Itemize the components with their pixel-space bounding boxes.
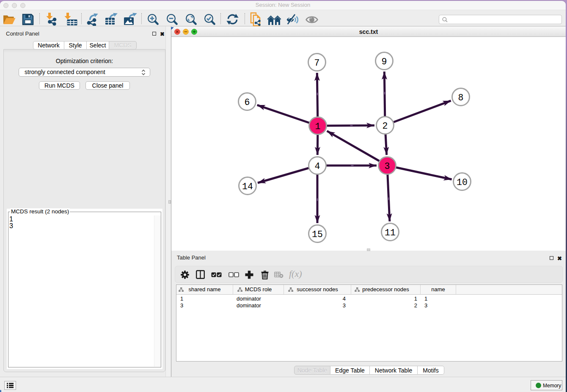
svg-text:14: 14 xyxy=(242,182,253,192)
svg-text:15: 15 xyxy=(312,229,323,240)
svg-text:2: 2 xyxy=(383,121,388,131)
svg-text:3: 3 xyxy=(385,161,390,171)
svg-text:4: 4 xyxy=(315,161,320,171)
svg-text:1: 1 xyxy=(315,121,321,132)
svg-text:7: 7 xyxy=(314,58,320,68)
svg-text:10: 10 xyxy=(457,177,468,188)
svg-text:8: 8 xyxy=(458,93,464,103)
svg-text:9: 9 xyxy=(382,57,387,67)
svg-text:6: 6 xyxy=(245,97,250,108)
svg-text:11: 11 xyxy=(385,228,396,238)
